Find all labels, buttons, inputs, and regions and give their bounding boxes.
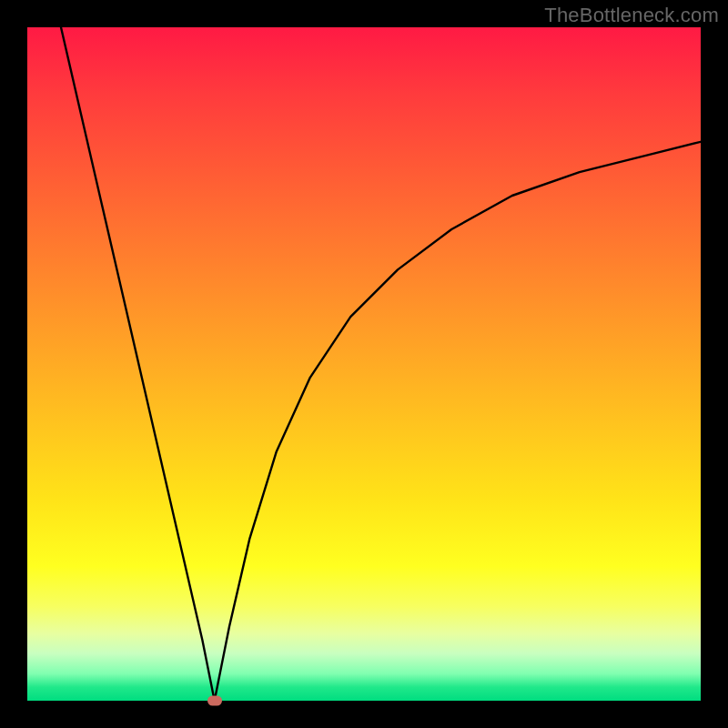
watermark-text: TheBottleneck.com (544, 4, 719, 27)
plot-area (27, 27, 701, 701)
bottleneck-curve (61, 27, 701, 701)
chart-container: TheBottleneck.com (0, 0, 728, 728)
curve-svg (27, 27, 701, 701)
minimum-marker (207, 696, 222, 706)
